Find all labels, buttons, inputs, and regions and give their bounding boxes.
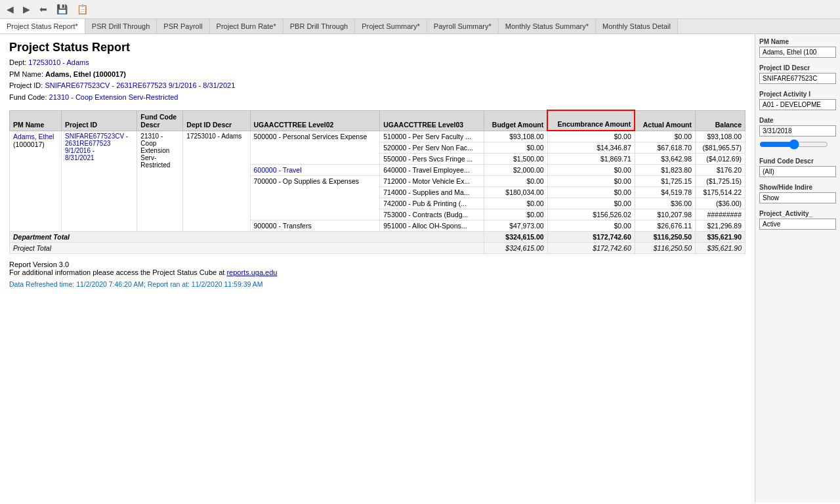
cell-budget-8: $47,973.00: [484, 220, 548, 232]
cell-project-id: SNIFARE677523CV -2631RE6775239/1/2016 -8…: [62, 131, 137, 232]
cell-dept-id: 17253010 - Adams: [183, 131, 250, 232]
col-header-actual: Actual Amount: [635, 110, 695, 131]
tab-pbr-drill-through[interactable]: PBR Drill Through: [284, 19, 355, 33]
panel-value-project-id[interactable]: SNIFARE677523C: [759, 73, 836, 84]
col-header-fund-code: Fund Code Descr: [137, 110, 183, 131]
panel-field-project-activity-status: Project_Activity_ Active: [759, 210, 836, 230]
col-header-encumbrance: Encumbrance Amount: [547, 110, 635, 131]
cell-encumbrance-8: $0.00: [547, 220, 635, 232]
report-meta: Dept: 17253010 - Adams PM Name: Adams, E…: [9, 57, 746, 103]
panel-value-date[interactable]: 3/31/2018: [759, 125, 836, 136]
tab-psr-payroll[interactable]: PSR Payroll: [157, 19, 209, 33]
nav-forward-button[interactable]: ▶: [20, 3, 33, 16]
cell-actual-7: $10,207.98: [635, 209, 695, 220]
tab-monthly-status-detail[interactable]: Monthly Status Detail: [596, 19, 678, 33]
panel-value-project-activity-status[interactable]: Active: [759, 219, 836, 230]
cell-budget-3: $2,000.00: [484, 165, 548, 176]
fund-code-line: Fund Code: 21310 - Coop Extension Serv-R…: [9, 92, 746, 104]
cell-encumbrance-7: $156,526.02: [547, 209, 635, 220]
cell-actual-3: $1,823.80: [635, 165, 695, 176]
data-table: PM Name Project ID Fund Code Descr Dept …: [9, 110, 746, 254]
project-total-budget: $324,615.00: [484, 243, 548, 254]
cell-level03-3: 640000 - Travel Employee...: [380, 165, 484, 176]
dept-line: Dept: 17253010 - Adams: [9, 57, 746, 69]
dept-total-label: Department Total: [10, 232, 484, 243]
top-nav-bar: ◀ ▶ ⬅ 💾 📋: [0, 0, 840, 19]
panel-value-show-hide[interactable]: Show: [759, 192, 836, 203]
cell-encumbrance-3: $0.00: [547, 165, 635, 176]
cell-actual-2: $3,642.98: [635, 154, 695, 165]
date-slider[interactable]: [759, 139, 836, 151]
tab-payroll-summary[interactable]: Payroll Summary*: [427, 19, 499, 33]
right-panel: PM Name Adams, Ethel (100 Project ID Des…: [755, 34, 840, 503]
report-title: Project Status Report: [9, 41, 746, 54]
col-header-dept-id: Dept ID Descr: [183, 110, 250, 131]
tab-psr-drill-through[interactable]: PSR Drill Through: [85, 19, 157, 33]
pm-name-line: PM Name: Adams, Ethel (1000017): [9, 69, 746, 81]
cell-level02-3: 600000 - Travel: [250, 165, 380, 176]
panel-value-project-activity[interactable]: A01 - DEVELOPME: [759, 99, 836, 110]
cell-encumbrance-0: $0.00: [547, 131, 635, 142]
cell-balance-5: $175,514.22: [696, 187, 746, 198]
report-footer: Report Version 3.0 For additional inform…: [9, 261, 746, 276]
project-total-label: Project Total: [10, 243, 484, 254]
cell-actual-0: $0.00: [635, 131, 695, 142]
dept-total-balance: $35,621.90: [696, 232, 746, 243]
cell-level03-7: 753000 - Contracts (Budg...: [380, 209, 484, 220]
panel-label-project-activity-status: Project_Activity_: [759, 210, 836, 217]
tab-monthly-status-summary[interactable]: Monthly Status Summary*: [499, 19, 596, 33]
cell-level03-6: 742000 - Pub & Printing (...: [380, 198, 484, 209]
nav-print-button[interactable]: 📋: [74, 3, 91, 16]
cell-budget-5: $180,034.00: [484, 187, 548, 198]
cell-actual-6: $36.00: [635, 198, 695, 209]
panel-field-pm-name: PM Name Adams, Ethel (100: [759, 38, 836, 58]
date-range-input[interactable]: [759, 139, 828, 150]
pm-name-value: Adams, Ethel (1000017): [45, 70, 126, 78]
dept-total-budget: $324,615.00: [484, 232, 548, 243]
col-header-budget: Budget Amount: [484, 110, 548, 131]
cell-balance-4: ($1,725.15): [696, 176, 746, 187]
panel-field-project-id: Project ID Descr SNIFARE677523C: [759, 64, 836, 84]
panel-label-pm-name: PM Name: [759, 38, 836, 45]
panel-label-date: Date: [759, 117, 836, 124]
version-text: Report Version 3.0: [9, 261, 746, 268]
col-header-project-id: Project ID: [62, 110, 137, 131]
cell-budget-7: $0.00: [484, 209, 548, 220]
cell-level03-8: 951000 - Alloc OH-Spons...: [380, 220, 484, 232]
panel-field-show-hide: Show/Hide Indire Show: [759, 184, 836, 203]
cell-fund-code: 21310 - Coop Extension Serv-Restricted: [137, 131, 183, 232]
nav-back-button[interactable]: ◀: [4, 3, 16, 16]
col-header-balance: Balance: [696, 110, 746, 131]
cell-level02-4: 700000 - Op Supplies & Expenses: [250, 176, 380, 220]
panel-value-pm-name[interactable]: Adams, Ethel (100: [759, 47, 836, 58]
dept-total-encumbrance: $172,742.60: [547, 232, 635, 243]
cell-actual-4: $1,725.15: [635, 176, 695, 187]
project-total-balance: $35,621.90: [696, 243, 746, 254]
cell-level02-0: 500000 - Personal Services Expense: [250, 131, 380, 165]
cell-budget-2: $1,500.00: [484, 154, 548, 165]
tab-project-burn-rate[interactable]: Project Burn Rate*: [210, 19, 284, 33]
nav-home-button[interactable]: ⬅: [37, 3, 50, 16]
panel-value-fund-code[interactable]: (All): [759, 166, 836, 177]
cell-budget-0: $93,108.00: [484, 131, 548, 142]
cell-balance-7: #########: [696, 209, 746, 220]
nav-save-button[interactable]: 💾: [54, 3, 70, 16]
panel-label-show-hide: Show/Hide Indire: [759, 184, 836, 191]
tab-project-summary[interactable]: Project Summary*: [355, 19, 427, 33]
cell-encumbrance-2: $1,869.71: [547, 154, 635, 165]
cell-budget-1: $0.00: [484, 142, 548, 154]
tab-project-status-report[interactable]: Project Status Report*: [0, 19, 85, 34]
col-header-level02: UGAACCTTREE Level02: [250, 110, 380, 131]
dept-total-row: Department Total $324,615.00 $172,742.60…: [10, 232, 746, 243]
cell-actual-5: $4,519.78: [635, 187, 695, 198]
cell-level02-8: 900000 - Transfers: [250, 220, 380, 232]
reports-link[interactable]: reports.uga.edu: [226, 268, 277, 276]
cell-level03-5: 714000 - Supplies and Ma...: [380, 187, 484, 198]
col-header-level03: UGAACCTTREE Level03: [380, 110, 484, 131]
cell-level03-4: 712000 - Motor Vehicle Ex...: [380, 176, 484, 187]
cell-level03-2: 550000 - Pers Svcs Fringe ...: [380, 154, 484, 165]
cell-encumbrance-4: $0.00: [547, 176, 635, 187]
cell-encumbrance-5: $0.00: [547, 187, 635, 198]
tabs-bar: Project Status Report* PSR Drill Through…: [0, 19, 840, 34]
table-row: Adams, Ethel(1000017) SNIFARE677523CV -2…: [10, 131, 746, 142]
